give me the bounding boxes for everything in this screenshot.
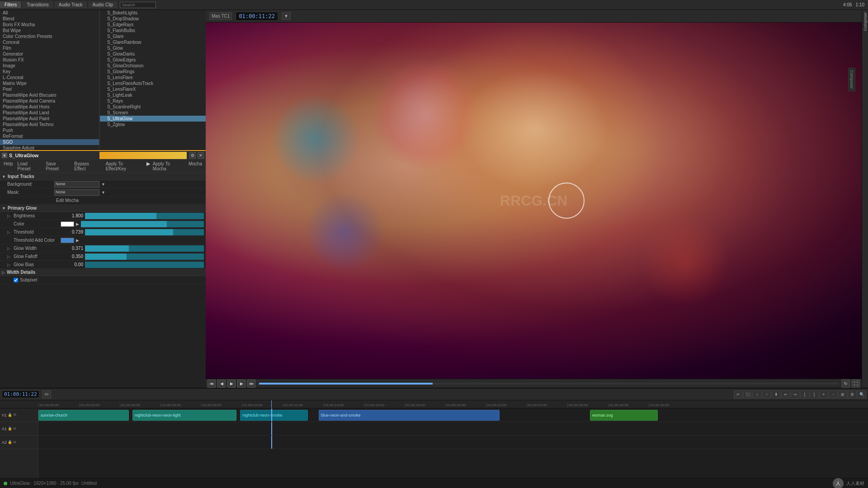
threshold-bar[interactable] xyxy=(85,229,204,235)
effect-all[interactable]: All xyxy=(0,10,99,16)
clip-nightclub-neon[interactable]: nightclub-neon-neon-light xyxy=(132,410,236,421)
threshold-expand[interactable]: ▷ xyxy=(7,230,12,235)
effect-lconceal[interactable]: L-Conceal xyxy=(0,75,99,80)
sub-effect-glow[interactable]: S_Glow xyxy=(100,45,206,51)
glow-falloff-bar[interactable] xyxy=(85,253,204,260)
effect-matrixwipe[interactable]: Matrix Wipe xyxy=(0,80,99,86)
tab-filters[interactable]: Filters xyxy=(0,1,22,8)
sub-effect-flashbulbs[interactable]: S_FlashBulbs xyxy=(100,28,206,33)
mask-arrow[interactable]: ▼ xyxy=(101,190,105,195)
glow-falloff-expand[interactable]: ▷ xyxy=(7,254,12,259)
effect-key[interactable]: Key xyxy=(0,69,99,75)
sub-effect-glarerainbow[interactable]: S_GlareRainbow xyxy=(100,39,206,45)
tl-mark-out-btn[interactable]: } xyxy=(810,390,819,399)
sub-effect-dropshadow[interactable]: S_DropShadow xyxy=(100,16,206,22)
effect-plasmawipe4[interactable]: PlasmaWipe Avid Land xyxy=(0,110,99,116)
tl-splice-btn[interactable]: ↕ xyxy=(753,390,762,399)
glow-width-bar[interactable] xyxy=(85,245,204,252)
brightness-expand[interactable]: ▷ xyxy=(7,214,12,218)
tl-lift-btn[interactable]: ↑ xyxy=(762,390,771,399)
effect-film[interactable]: Film xyxy=(0,45,99,51)
sub-effect-rays[interactable]: S_Rays xyxy=(100,98,206,104)
width-details-header[interactable]: ▷ Width Details xyxy=(0,269,206,276)
step-back-btn[interactable]: ◀ xyxy=(217,380,226,388)
sub-effect-glowrings[interactable]: S_GlowRings xyxy=(100,69,206,75)
tl-redo-btn[interactable]: ↪ xyxy=(791,390,800,399)
tl-cut-btn[interactable]: ✂ xyxy=(734,390,743,399)
threshold-add-color-arrow[interactable]: ▶ xyxy=(76,238,79,243)
tl-settings-btn[interactable]: ⚙ xyxy=(848,390,857,399)
track-a1-mute[interactable]: M xyxy=(13,427,16,431)
sub-effect-scanlineright[interactable]: S_ScanlineRight xyxy=(100,104,206,110)
tab-transitions[interactable]: Transitions xyxy=(22,1,54,8)
background-select[interactable]: None xyxy=(54,181,99,188)
color-swatch[interactable] xyxy=(61,221,74,227)
right-tab-composer[interactable]: Composer xyxy=(862,10,868,33)
tl-overwrite-btn[interactable]: ⬛ xyxy=(743,390,752,399)
effect-peel[interactable]: Peel xyxy=(0,86,99,92)
sub-effect-scream[interactable]: S_Scream xyxy=(100,110,206,116)
effect-plasmawipe1[interactable]: PlasmaWipe Avid Biscuars xyxy=(0,92,99,98)
effect-bstwipe[interactable]: Bst Wipe xyxy=(0,28,99,33)
sub-effect-lensflarex[interactable]: S_LensFlareX xyxy=(100,86,206,92)
video-label-btn[interactable]: Mas TC1 xyxy=(209,12,232,20)
menu-mocha[interactable]: Mocha xyxy=(187,161,204,172)
effect-collapse-icon[interactable]: ▼ xyxy=(2,153,7,158)
menu-save-preset[interactable]: Save Preset xyxy=(44,161,71,172)
menu-bypass[interactable]: Bypass Effect xyxy=(72,161,103,172)
glow-bias-bar[interactable] xyxy=(85,262,204,268)
effect-reformat[interactable]: ReFormat xyxy=(0,133,99,139)
primary-glow-header[interactable]: ▼ Primary Glow xyxy=(0,205,206,212)
step-forward-btn[interactable]: ▶ xyxy=(237,380,245,388)
glow-width-expand[interactable]: ▷ xyxy=(7,246,12,251)
tl-btn-00[interactable]: 00 xyxy=(42,390,51,399)
sub-effect-glowdarks[interactable]: S_GlowDarks xyxy=(100,51,206,57)
background-arrow[interactable]: ▼ xyxy=(101,182,105,187)
sub-effect-lensflaretrack[interactable]: S_LensFlareAutoTrack xyxy=(100,80,206,86)
glow-bias-expand[interactable]: ▷ xyxy=(7,263,12,267)
fullscreen-btn[interactable]: ⛶ xyxy=(852,380,860,388)
sub-effect-edgerays[interactable]: S_EdgeRays xyxy=(100,22,206,28)
tl-extract-btn[interactable]: ⬆ xyxy=(772,390,781,399)
sub-effect-zglow[interactable]: S_Zglow xyxy=(100,122,206,127)
tl-search-btn[interactable]: 🔍 xyxy=(857,390,866,399)
brightness-bar[interactable] xyxy=(85,213,204,219)
effect-borisfx[interactable]: Boris FX Mocha xyxy=(0,22,99,28)
tl-zoom-out-btn[interactable]: - xyxy=(829,390,838,399)
sub-effect-lightleak[interactable]: S_LightLeak xyxy=(100,92,206,98)
edit-mocha-btn[interactable]: Edit Mocha xyxy=(54,197,80,203)
sub-effect-glowedges[interactable]: S_GlowEdges xyxy=(100,57,206,63)
effect-illusionfx[interactable]: Illusion FX xyxy=(0,57,99,63)
track-a2-lock[interactable]: 🔒 xyxy=(8,440,12,444)
tl-zoom-in-btn[interactable]: + xyxy=(819,390,828,399)
sub-effect-ultraglow[interactable]: S_UltraGlow xyxy=(100,116,206,122)
menu-apply-mocha[interactable]: Apply To Mocha xyxy=(151,161,186,172)
effect-plasmawipe5[interactable]: PlasmaWipe Avid Paint xyxy=(0,116,99,122)
effect-plasmawipe6[interactable]: PlasmaWipe Avid Techno xyxy=(0,122,99,127)
clip-blue-neon[interactable]: blue-neon-and-smoke xyxy=(319,410,500,421)
playback-progress[interactable] xyxy=(259,383,838,385)
play-to-start-btn[interactable]: ⏮ xyxy=(208,380,216,388)
menu-help[interactable]: Help xyxy=(2,161,15,172)
play-to-end-btn[interactable]: ⏭ xyxy=(247,380,255,388)
input-tracks-header[interactable]: ▼ Input Tracks xyxy=(0,173,206,180)
effect-settings-btn[interactable]: ⚙ xyxy=(189,152,196,159)
effect-conceal[interactable]: Conceal xyxy=(0,39,99,45)
tl-mark-in-btn[interactable]: { xyxy=(800,390,809,399)
menu-apply-effect[interactable]: Apply To Effect/Key xyxy=(104,161,146,172)
color-saturation-bar[interactable] xyxy=(81,221,204,227)
effect-image[interactable]: Image xyxy=(0,63,99,69)
sub-effect-glare[interactable]: S_Glare xyxy=(100,33,206,39)
mask-select[interactable]: None xyxy=(54,189,99,196)
tl-fit-btn[interactable]: ⊞ xyxy=(838,390,847,399)
effect-push[interactable]: Push xyxy=(0,127,99,133)
track-v1-vis[interactable]: 👁 xyxy=(13,413,17,417)
track-a1-lock[interactable]: 🔒 xyxy=(8,427,12,431)
subpixel-checkbox[interactable] xyxy=(14,278,18,282)
menu-load-preset[interactable]: Load Preset xyxy=(16,161,43,172)
effect-plasmawipe3[interactable]: PlasmaWipe Avid Horis xyxy=(0,104,99,110)
play-btn[interactable]: ▶ xyxy=(227,380,236,388)
search-input[interactable] xyxy=(120,2,156,8)
threshold-add-color-swatch[interactable] xyxy=(61,238,74,243)
tab-audio-track[interactable]: Audio Track xyxy=(54,1,88,8)
